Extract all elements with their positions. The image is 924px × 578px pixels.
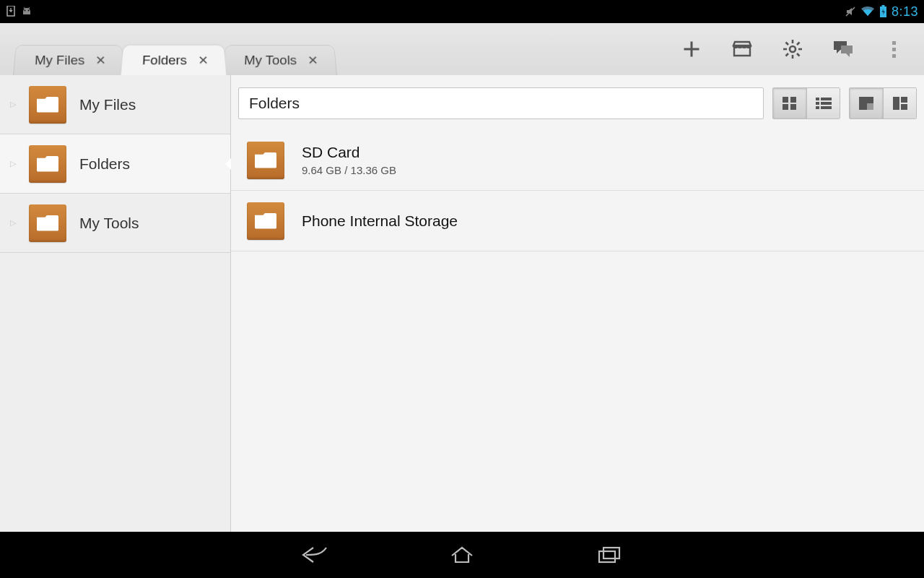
svg-rect-26: [821, 102, 832, 105]
back-icon: [300, 545, 329, 565]
tab-my-files[interactable]: My Files ✕: [13, 45, 125, 75]
sidebar-item-folders[interactable]: ▷ Folders: [0, 134, 230, 194]
chat-button[interactable]: [830, 36, 856, 62]
svg-rect-34: [599, 551, 615, 562]
svg-rect-33: [901, 104, 907, 110]
android-debug-icon: [20, 6, 33, 17]
svg-rect-18: [841, 46, 853, 53]
close-icon[interactable]: ✕: [94, 53, 108, 68]
folder-icon: [29, 204, 66, 242]
store-button[interactable]: [729, 36, 755, 62]
content-area: ▷ My Files ▷ Folders ▷ My Tools Folders: [0, 75, 924, 532]
folder-icon: [29, 145, 66, 183]
nav-back-button[interactable]: [299, 539, 331, 571]
recents-icon: [595, 545, 624, 565]
svg-point-2: [28, 10, 30, 12]
svg-line-4: [28, 8, 30, 9]
selection-indicator-icon: [225, 158, 231, 170]
close-icon[interactable]: ✕: [306, 53, 320, 68]
pane-toolbar: Folders: [238, 82, 917, 124]
breadcrumb-label: Folders: [249, 95, 300, 112]
list-item[interactable]: Phone Internal Storage: [231, 191, 924, 251]
svg-rect-21: [783, 104, 788, 110]
list-item-title: SD Card: [302, 144, 396, 161]
wifi-icon: [860, 6, 875, 17]
grid-icon: [782, 96, 798, 111]
pane-single-button[interactable]: [850, 88, 883, 118]
file-listing: SD Card 9.64 GB / 13.36 GB Phone Interna…: [231, 130, 924, 532]
list-icon: [815, 96, 832, 111]
pane-layout-group: [849, 87, 917, 119]
pane-split-button[interactable]: [883, 88, 916, 118]
status-clock: 8:13: [892, 4, 918, 20]
home-icon: [448, 545, 476, 565]
svg-rect-22: [790, 104, 796, 110]
toolbar-actions: [679, 23, 917, 75]
pane-split-icon: [892, 96, 908, 111]
sidebar-item-my-files[interactable]: ▷ My Files: [0, 75, 230, 134]
view-grid-button[interactable]: [773, 88, 806, 118]
expand-icon: ▷: [10, 159, 16, 168]
tab-strip: My Files ✕ Folders ✕ My Tools ✕: [0, 23, 924, 75]
battery-charging-icon: [879, 5, 887, 18]
svg-rect-25: [816, 102, 819, 105]
android-nav-bar: [0, 532, 924, 578]
add-button[interactable]: [679, 36, 705, 62]
expand-icon: ▷: [10, 218, 16, 228]
download-icon: [6, 6, 16, 17]
svg-line-3: [24, 8, 25, 9]
sidebar: ▷ My Files ▷ Folders ▷ My Tools: [0, 75, 231, 532]
svg-line-13: [786, 43, 789, 46]
overflow-menu-button[interactable]: [881, 36, 907, 62]
tab-label: My Files: [35, 53, 85, 68]
expand-icon: ▷: [10, 100, 16, 109]
tab-label: My Tools: [244, 53, 297, 68]
tab-folders[interactable]: Folders ✕: [121, 45, 227, 75]
view-mode-group: [772, 87, 840, 119]
svg-rect-28: [821, 106, 832, 109]
list-item-title: Phone Internal Storage: [302, 212, 458, 230]
mute-icon: [845, 6, 856, 17]
svg-rect-31: [893, 97, 899, 110]
nav-home-button[interactable]: [446, 539, 478, 571]
svg-rect-20: [790, 97, 796, 103]
sidebar-item-label: Folders: [79, 155, 130, 173]
list-item-subtitle: 9.64 GB / 13.36 GB: [302, 164, 396, 176]
svg-rect-35: [603, 548, 619, 558]
svg-rect-32: [901, 97, 907, 103]
tab-my-tools[interactable]: My Tools ✕: [222, 45, 337, 75]
sidebar-item-label: My Tools: [79, 215, 139, 232]
svg-point-1: [25, 10, 26, 12]
nav-recents-button[interactable]: [593, 539, 625, 571]
svg-line-14: [797, 53, 800, 56]
folder-icon: [247, 142, 284, 179]
pane-single-icon: [858, 96, 874, 111]
svg-point-8: [790, 46, 796, 52]
svg-rect-23: [816, 98, 819, 100]
sidebar-item-label: My Files: [79, 96, 136, 113]
settings-button[interactable]: [780, 36, 806, 62]
svg-rect-24: [821, 98, 832, 100]
detail-pane: Folders: [231, 75, 924, 532]
close-icon[interactable]: ✕: [196, 53, 210, 68]
svg-line-15: [797, 43, 800, 46]
list-item[interactable]: SD Card 9.64 GB / 13.36 GB: [231, 130, 924, 191]
svg-rect-27: [816, 106, 819, 109]
svg-rect-30: [867, 103, 873, 110]
folder-icon: [29, 86, 66, 124]
folder-icon: [247, 202, 284, 240]
svg-line-16: [786, 53, 789, 56]
overflow-icon: [892, 41, 896, 58]
sidebar-item-my-tools[interactable]: ▷ My Tools: [0, 194, 230, 253]
android-status-bar: 8:13: [0, 0, 924, 23]
tab-label: Folders: [141, 53, 187, 68]
breadcrumb[interactable]: Folders: [238, 87, 764, 119]
view-list-button[interactable]: [806, 88, 840, 118]
svg-rect-19: [783, 97, 788, 103]
svg-rect-7: [881, 5, 884, 7]
